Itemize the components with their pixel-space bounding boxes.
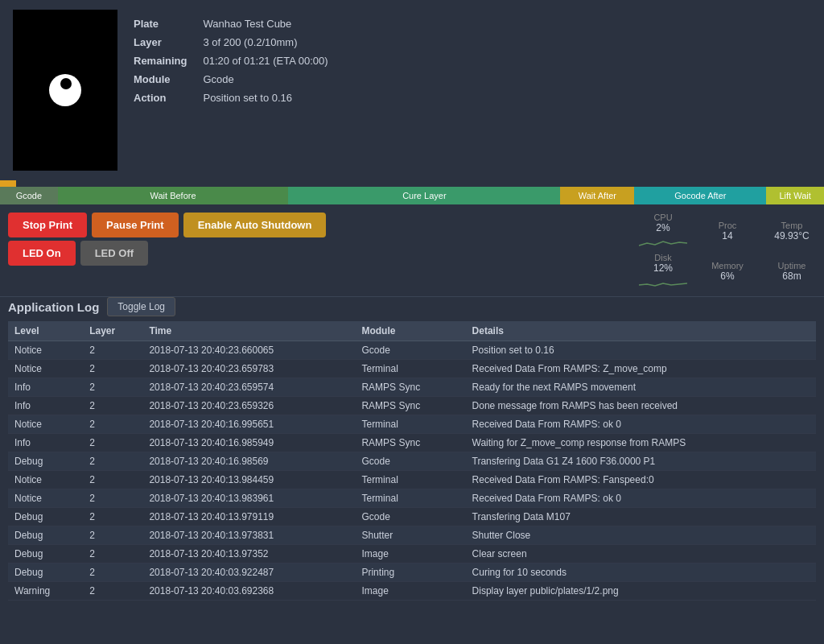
seg-waitbefore: Wait Before — [58, 187, 289, 204]
cell-layer: 2 — [83, 452, 142, 471]
orange-indicator — [0, 180, 16, 187]
cell-details: Done message from RAMPS has been receive… — [466, 397, 816, 415]
cell-time: 2018-07-13 20:40:13.973831 — [142, 526, 355, 545]
led-on-button[interactable]: LED On — [8, 241, 76, 266]
progress-area: Gcode Wait Before Cure Layer Wait After … — [0, 180, 824, 208]
cell-level: Notice — [8, 471, 83, 489]
cell-module: RAMPS Sync — [355, 397, 465, 415]
seg-curelayer: Cure Layer — [288, 187, 560, 204]
proc-value: 14 — [722, 230, 732, 242]
cell-layer: 2 — [83, 582, 142, 601]
cell-layer: 2 — [83, 397, 142, 415]
cell-layer: 2 — [83, 508, 142, 526]
memory-value: 6% — [720, 270, 734, 282]
col-level: Level — [8, 321, 83, 341]
auto-shutdown-button[interactable]: Enable Auto Shutdown — [183, 213, 327, 237]
cell-layer: 2 — [83, 471, 142, 489]
table-row: Notice22018-07-13 20:40:23.660065GcodePo… — [8, 341, 816, 360]
table-row: Notice22018-07-13 20:40:23.659783Termina… — [8, 360, 816, 378]
log-header: Application Log Toggle Log — [8, 297, 816, 316]
table-row: Notice22018-07-13 20:40:13.984459Termina… — [8, 471, 816, 489]
cell-module: Gcode — [355, 452, 465, 471]
stats-area: CPU 2% Proc 14 Temp 49.93°C Disk 12% — [639, 213, 816, 290]
table-row: Notice22018-07-13 20:40:16.995651Termina… — [8, 415, 816, 434]
log-table: Level Layer Time Module Details Notice22… — [8, 321, 816, 601]
cell-time: 2018-07-13 20:40:23.659574 — [142, 378, 355, 397]
cell-details: Clear screen — [466, 545, 816, 564]
seg-waitafter: Wait After — [560, 187, 634, 204]
table-header-row: Level Layer Time Module Details — [8, 321, 816, 341]
col-layer: Layer — [83, 321, 142, 341]
log-title: Application Log — [8, 300, 99, 314]
buttons-left: Stop Print Pause Print Enable Auto Shutd… — [8, 213, 326, 266]
seg-liftwait: Lift Wait — [766, 187, 824, 204]
stop-button[interactable]: Stop Print — [8, 213, 87, 237]
cell-level: Debug — [8, 545, 83, 564]
cell-time: 2018-07-13 20:40:13.979119 — [142, 508, 355, 526]
cell-details: Position set to 0.16 — [466, 341, 816, 360]
cell-details: Curing for 10 seconds — [466, 564, 816, 582]
cell-time: 2018-07-13 20:40:23.660065 — [142, 341, 355, 360]
cell-time: 2018-07-13 20:40:03.692368 — [142, 582, 355, 601]
module-value: Gcode — [203, 73, 328, 85]
layer-value: 3 of 200 (0.2/10mm) — [203, 36, 328, 48]
cell-module: Image — [355, 582, 465, 601]
stat-disk: Disk 12% — [639, 253, 687, 290]
action-value: Position set to 0.16 — [203, 92, 328, 104]
cell-level: Debug — [8, 564, 83, 582]
cell-details: Transfering Data G1 Z4 1600 F36.0000 P1 — [466, 452, 816, 471]
stat-memory: Memory 6% — [703, 261, 752, 282]
proc-label: Proc — [719, 221, 737, 230]
table-row: Info22018-07-13 20:40:23.659326RAMPS Syn… — [8, 397, 816, 415]
cell-level: Notice — [8, 489, 83, 508]
table-row: Debug22018-07-13 20:40:13.973831ShutterS… — [8, 526, 816, 545]
cell-layer: 2 — [83, 489, 142, 508]
cell-layer: 2 — [83, 341, 142, 360]
col-time: Time — [142, 321, 355, 341]
cell-details: Transfering Data M107 — [466, 508, 816, 526]
cell-details: Ready for the next RAMPS movement — [466, 378, 816, 397]
cell-time: 2018-07-13 20:40:13.97352 — [142, 545, 355, 564]
cell-module: Shutter — [355, 526, 465, 545]
disk-sparkline — [639, 274, 687, 290]
action-label: Action — [134, 92, 187, 104]
cell-details: Shutter Close — [466, 526, 816, 545]
cell-details: Received Data From RAMPS: ok 0 — [466, 489, 816, 508]
col-module: Module — [355, 321, 465, 341]
led-off-button[interactable]: LED Off — [80, 241, 148, 266]
table-row: Warning22018-07-13 20:40:03.692368ImageD… — [8, 582, 816, 601]
stat-uptime: Uptime 68m — [768, 261, 816, 282]
table-row: Debug22018-07-13 20:40:03.922487Printing… — [8, 564, 816, 582]
info-grid: Plate Wanhao Test Cube Layer 3 of 200 (0… — [134, 10, 328, 171]
remaining-value: 01:20 of 01:21 (ETA 00:00) — [203, 55, 328, 67]
cell-module: Image — [355, 545, 465, 564]
cell-details: Received Data From RAMPS: ok 0 — [466, 415, 816, 434]
progress-track: Gcode Wait Before Cure Layer Wait After … — [0, 187, 824, 204]
log-section: Application Log Toggle Log Level Layer T… — [0, 297, 824, 601]
cell-module: Terminal — [355, 360, 465, 378]
seg-gcodeafter: Gocode After — [634, 187, 766, 204]
cell-time: 2018-07-13 20:40:03.922487 — [142, 564, 355, 582]
pause-button[interactable]: Pause Print — [92, 213, 179, 237]
cell-details: Display layer public/plates/1/2.png — [466, 582, 816, 601]
cell-module: RAMPS Sync — [355, 378, 465, 397]
cell-level: Notice — [8, 360, 83, 378]
cell-time: 2018-07-13 20:40:16.98569 — [142, 452, 355, 471]
cell-level: Warning — [8, 582, 83, 601]
cell-layer: 2 — [83, 434, 142, 452]
toggle-log-button[interactable]: Toggle Log — [107, 297, 175, 316]
cell-level: Info — [8, 434, 83, 452]
cell-layer: 2 — [83, 545, 142, 564]
preview-box — [13, 10, 117, 171]
plate-value: Wanhao Test Cube — [203, 18, 328, 30]
stat-temp: Temp 49.93°C — [768, 221, 816, 242]
plate-label: Plate — [134, 18, 187, 30]
main-btn-row: Stop Print Pause Print Enable Auto Shutd… — [8, 213, 326, 237]
cell-module: Printing — [355, 564, 465, 582]
table-row: Notice22018-07-13 20:40:13.983961Termina… — [8, 489, 816, 508]
cell-level: Debug — [8, 452, 83, 471]
cell-level: Info — [8, 397, 83, 415]
remaining-label: Remaining — [134, 55, 187, 67]
temp-value: 49.93°C — [774, 230, 810, 242]
disk-value: 12% — [653, 262, 673, 274]
